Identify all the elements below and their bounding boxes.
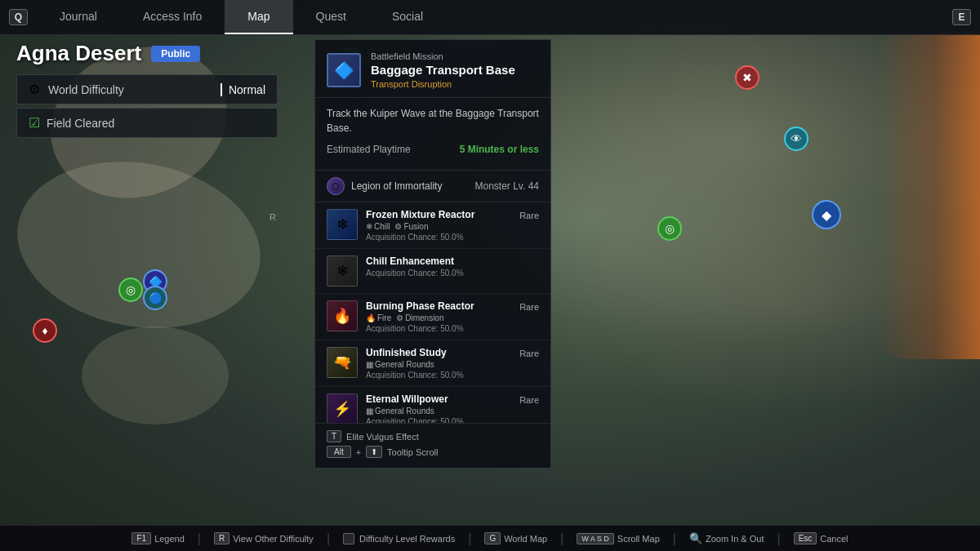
mission-type: Battlefield Mission [371,51,515,61]
location-title: Agna Desert [16,41,141,66]
world-difficulty-row: ⚙ World Difficulty Normal [16,74,278,104]
loot-thumb: ❄ [327,256,358,287]
loot-chance: Acquisition Chance: 50.0% [366,371,514,380]
difficulty-icon: ⚙ [29,82,40,97]
map-icon-green-3[interactable]: ◎ [118,278,143,302]
key-e-label: E [952,9,970,25]
tab-map[interactable]: Map [225,0,292,34]
sep2: | [327,531,330,546]
visibility-badge[interactable]: Public [151,46,200,62]
playtime-value: 5 Minutes or less [460,144,539,155]
hint-legend: F1 Legend [131,532,184,544]
mission-subtitle: Transport Disruption [371,79,515,89]
loot-rarity: Rare [519,347,539,358]
tab-access-info[interactable]: Access Info [120,0,225,34]
sep4: | [560,531,564,546]
nav-key-e[interactable]: E [943,0,980,34]
mission-icon: 🔷 [327,53,361,87]
hint-cancel: Esc Cancel [794,532,849,544]
loot-info: Eternal Willpower ▦ General Rounds Acqui… [366,393,514,423]
loot-item[interactable]: 🔥 Burning Phase Reactor 🔥 Fire ⚙ Dimensi… [315,294,550,340]
key-alt: Alt [327,446,351,458]
footer-hint-elite: T Elite Vulgus Effect [327,430,539,442]
loot-item[interactable]: ⚡ Eternal Willpower ▦ General Rounds Acq… [315,387,550,423]
loot-rarity: Rare [519,393,539,405]
difficulty-checkbox [343,533,354,544]
loot-name: Frozen Mixture Reactor [366,209,514,220]
hint-scroll-label: Scroll Map [617,534,660,544]
loot-tag: ▦ General Rounds [366,407,434,415]
loot-tags: ❄ Chill ⚙ Fusion [366,222,514,231]
nav-key-q[interactable]: Q [0,0,37,34]
map-icon-cyan-1[interactable]: 👁 [784,127,808,151]
sep6: | [777,531,780,546]
sep1: | [198,531,201,546]
tab-journal[interactable]: Journal [37,0,120,34]
loot-item[interactable]: ❄ Chill Enhancement Acquisition Chance: … [315,249,550,294]
field-cleared-row: ☑ Field Cleared [16,108,278,138]
map-icon-green-2[interactable]: ◎ [657,216,682,241]
top-navigation: Q Journal Access Info Map Quest Social E [0,0,980,35]
loot-rarity: Rare [519,300,539,312]
loot-list: ❄ Frozen Mixture Reactor ❄ Chill ⚙ Fusio… [315,202,550,423]
map-icon-red-2[interactable]: ♦ [33,318,57,343]
key-g: G [484,532,501,544]
hint-difficulty: R View Other Difficulty [214,532,314,544]
loot-tag: ⚙ Dimension [396,313,443,322]
key-t: T [327,430,341,442]
location-header: Agna Desert Public [16,41,278,66]
legion-row: ⬡ Legion of Immortality Monster Lv. 44 [315,170,550,202]
map-icon-blue-2[interactable]: 🔵 [143,286,167,310]
hint-cancel-label: Cancel [820,534,848,544]
hint-zoom: 🔍 Zoom In & Out [689,532,764,544]
difficulty-label: World Difficulty [48,83,220,96]
left-panel: Agna Desert Public ⚙ World Difficulty No… [16,41,278,141]
hint-rewards: Difficulty Level Rewards [343,533,455,544]
tab-quest[interactable]: Quest [293,0,369,34]
loot-chance: Acquisition Chance: 50.0% [366,324,514,333]
loot-thumb: ⚡ [327,393,358,423]
key-f1: F1 [131,532,151,544]
popup-body: Track the Kuiper Wave at the Baggage Tra… [315,98,550,170]
tab-social[interactable]: Social [369,0,446,34]
popup-footer: T Elite Vulgus Effect Alt + ⬆ Tooltip Sc… [315,423,550,468]
map-icon-blue-mission[interactable]: ◆ [812,200,841,229]
bottom-bar: F1 Legend | R View Other Difficulty | Di… [0,525,980,551]
legion-icon: ⬡ [327,177,345,195]
sep5: | [673,531,676,546]
hint-rewards-label: Difficulty Level Rewards [359,534,455,544]
mission-description: Track the Kuiper Wave at the Baggage Tra… [327,106,539,136]
footer-hint-elite-label: Elite Vulgus Effect [346,432,419,442]
loot-rarity: Rare [519,209,539,220]
loot-info: Burning Phase Reactor 🔥 Fire ⚙ Dimension… [366,300,514,333]
loot-tag: ❄ Chill [366,222,390,231]
key-q-label: Q [9,9,28,25]
key-scroll-icon: ⬆ [366,446,382,458]
loot-name: Unfinished Study [366,347,514,358]
loot-thumb: 🔫 [327,347,358,378]
map-icon-red-1[interactable]: ✖ [735,65,760,90]
field-cleared-icon: ☑ [29,115,40,131]
key-esc: Esc [794,532,817,544]
loot-tag: ▦ General Rounds [366,360,434,369]
popup-header: 🔷 Battlefield Mission Baggage Transport … [315,40,550,98]
loot-name: Eternal Willpower [366,393,514,405]
loot-tags: ▦ General Rounds [366,407,514,415]
difficulty-value: Normal [229,83,265,96]
map-label: R [270,212,277,222]
key-r: R [214,532,229,544]
footer-hint-scroll: Alt + ⬆ Tooltip Scroll [327,446,539,458]
hint-worldmap-label: World Map [504,534,547,544]
loot-info: Chill Enhancement Acquisition Chance: 50… [366,256,534,278]
loot-chance: Acquisition Chance: 50.0% [366,417,514,423]
loot-item[interactable]: 🔫 Unfinished Study ▦ General Rounds Acqu… [315,340,550,387]
zoom-icon: 🔍 [689,532,702,544]
loot-name: Burning Phase Reactor [366,300,514,312]
key-wasd: W A S D [577,533,614,544]
mission-name: Baggage Transport Base [371,63,515,78]
hint-difficulty-label: View Other Difficulty [233,534,314,544]
loot-info: Frozen Mixture Reactor ❄ Chill ⚙ Fusion … [366,209,514,242]
mission-popup: 🔷 Battlefield Mission Baggage Transport … [314,39,551,469]
loot-item[interactable]: ❄ Frozen Mixture Reactor ❄ Chill ⚙ Fusio… [315,202,550,249]
playtime-label: Estimated Playtime [327,144,411,155]
